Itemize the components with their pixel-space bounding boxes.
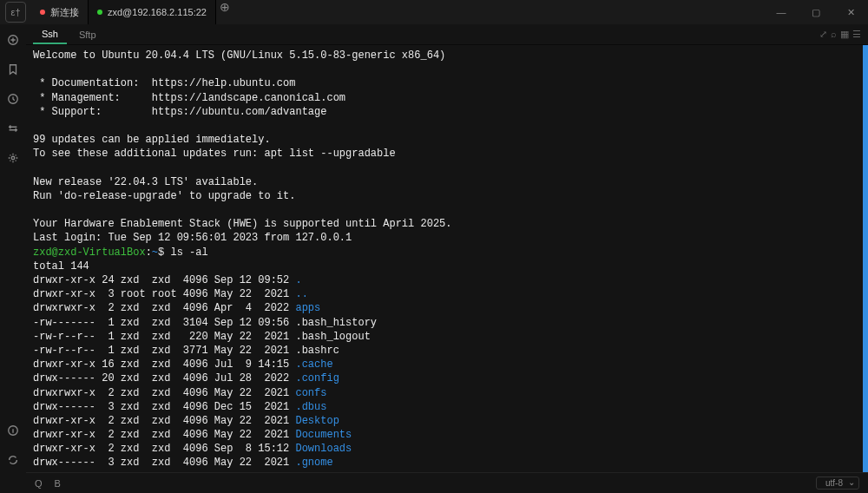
status-q[interactable]: Q (35, 478, 43, 489)
info-icon[interactable] (6, 424, 20, 437)
file-name: apps (295, 302, 320, 314)
file-name: .gnome (295, 457, 332, 469)
motd-line: New release '22.04.3 LTS' available. (33, 175, 861, 189)
file-name: .bash_history (295, 317, 377, 329)
ls-row: drwxr-xr-x 2 zxd zxd 4096 May 22 2021 De… (33, 414, 861, 428)
blank-line (33, 62, 861, 76)
blank-line (33, 203, 861, 217)
ls-row: drwxr-xr-x 2 zxd zxd 4096 May 22 2021 Do… (33, 428, 861, 442)
protocol-tabs: Ssh Sftp ⤢ ⌕ ▦ ☰ (26, 24, 868, 45)
close-button[interactable]: ✕ (833, 0, 868, 24)
ls-row: -rw-r--r-- 1 zxd zxd 220 May 22 2021 .ba… (33, 330, 861, 344)
app-logo[interactable]: ε† (5, 2, 26, 23)
tab-new-connection[interactable]: 新连接 (31, 0, 89, 24)
ls-row: drwxr-xr-x 16 zxd zxd 4096 Jul 9 14:15 .… (33, 358, 861, 371)
file-name: Documents (295, 429, 352, 441)
window-controls: — ▢ ✕ (764, 0, 868, 24)
prompt-cmd: $ ls -al (158, 246, 208, 259)
ls-row: drwxr-xr-x 2 zxd zxd 4096 Sep 8 15:12 Do… (33, 442, 861, 456)
status-dot-icon (97, 10, 102, 15)
status-b[interactable]: B (55, 478, 61, 489)
encoding-select[interactable]: utf-8 (816, 477, 859, 490)
total-line: total 144 (33, 260, 861, 273)
main-panel: Ssh Sftp ⤢ ⌕ ▦ ☰ Welcome to Ubuntu 20.04… (26, 24, 868, 472)
file-name: .dbus (295, 401, 326, 413)
blank-line (33, 119, 861, 133)
search-icon[interactable]: ⌕ (831, 29, 837, 40)
motd-line: 99 updates can be applied immediately. (33, 133, 861, 147)
ls-row: drwx------ 3 zxd zxd 4096 Dec 15 2021 .d… (33, 400, 861, 414)
titlebar: ε† 新连接 zxd@192.168.2.115:22 ⊕ — ▢ ✕ (0, 0, 868, 24)
file-name: Downloads (295, 443, 352, 455)
svg-point-2 (11, 156, 15, 160)
file-name: .bashrc (295, 345, 339, 357)
session-tabs: 新连接 zxd@192.168.2.115:22 ⊕ (31, 0, 233, 24)
motd-line: * Documentation: https://help.ubuntu.com (33, 76, 861, 90)
maximize-button[interactable]: ▢ (799, 0, 833, 24)
motd-line: Your Hardware Enablement Stack (HWE) is … (33, 217, 861, 231)
ls-row: -rw------- 1 zxd zxd 3104 Sep 12 09:56 .… (33, 316, 861, 330)
motd-line: Welcome to Ubuntu 20.04.4 LTS (GNU/Linux… (33, 49, 861, 62)
file-name: .config (295, 372, 339, 385)
tab-label: zxd@192.168.2.115:22 (108, 7, 207, 17)
prompt-user: zxd@zxd-VirtualBox (33, 246, 146, 259)
ls-row: drwxr-xr-x 24 zxd zxd 4096 Sep 12 09:52 … (33, 273, 861, 287)
ls-row: drwxrwxr-x 2 zxd zxd 4096 May 22 2021 co… (33, 386, 861, 400)
file-name: .bash_logout (295, 331, 370, 343)
ls-row: drwx------ 3 zxd zxd 4096 May 22 2021 .g… (33, 456, 861, 470)
grid-icon[interactable]: ▦ (840, 29, 849, 40)
status-bar: Q B utf-8 (26, 472, 868, 493)
list-icon[interactable]: ☰ (852, 29, 861, 40)
tab-ssh[interactable]: Ssh (33, 25, 67, 44)
blank-line (33, 161, 861, 175)
ls-row: drwxrwxr-x 2 zxd zxd 4096 Apr 4 2022 app… (33, 301, 861, 315)
prompt-line: zxd@zxd-VirtualBox:~$ ls -al (33, 246, 861, 260)
file-name: .cache (295, 358, 332, 371)
file-name: .. (295, 288, 307, 300)
terminal-tools: ⤢ ⌕ ▦ ☰ (819, 29, 868, 40)
history-icon[interactable] (6, 92, 20, 106)
ls-row: drwxr-xr-x 3 root root 4096 May 22 2021 … (33, 287, 861, 301)
gear-icon[interactable] (6, 151, 20, 165)
file-name: confs (295, 387, 326, 399)
prompt-path: ~ (152, 246, 158, 259)
ls-row: -rw-r--r-- 1 zxd zxd 3771 May 22 2021 .b… (33, 344, 861, 358)
scrollbar[interactable] (863, 45, 868, 472)
tab-sftp[interactable]: Sftp (70, 26, 105, 43)
file-name: . (295, 274, 301, 286)
fullscreen-icon[interactable]: ⤢ (819, 29, 827, 40)
motd-line: To see these additional updates run: apt… (33, 147, 861, 161)
motd-line: Run 'do-release-upgrade' to upgrade to i… (33, 189, 861, 203)
file-name: Desktop (295, 415, 339, 427)
tab-ssh-session[interactable]: zxd@192.168.2.115:22 (89, 0, 216, 24)
motd-line: * Management: https://landscape.canonica… (33, 91, 861, 105)
ls-row: drwx------ 20 zxd zxd 4096 Jul 28 2022 .… (33, 371, 861, 385)
motd-line: Last login: Tue Sep 12 09:56:01 2023 fro… (33, 231, 861, 245)
motd-line: * Support: https://ubuntu.com/advantage (33, 105, 861, 119)
add-icon[interactable] (6, 33, 20, 47)
tab-label: 新连接 (50, 6, 79, 19)
minimize-button[interactable]: — (764, 0, 799, 24)
sync-icon[interactable] (6, 453, 20, 467)
bookmark-icon[interactable] (6, 62, 20, 76)
activity-bar (0, 24, 26, 493)
transfer-icon[interactable] (6, 122, 20, 135)
terminal[interactable]: Welcome to Ubuntu 20.04.4 LTS (GNU/Linux… (26, 45, 868, 472)
add-tab-button[interactable]: ⊕ (216, 0, 233, 24)
status-dot-icon (40, 10, 45, 15)
